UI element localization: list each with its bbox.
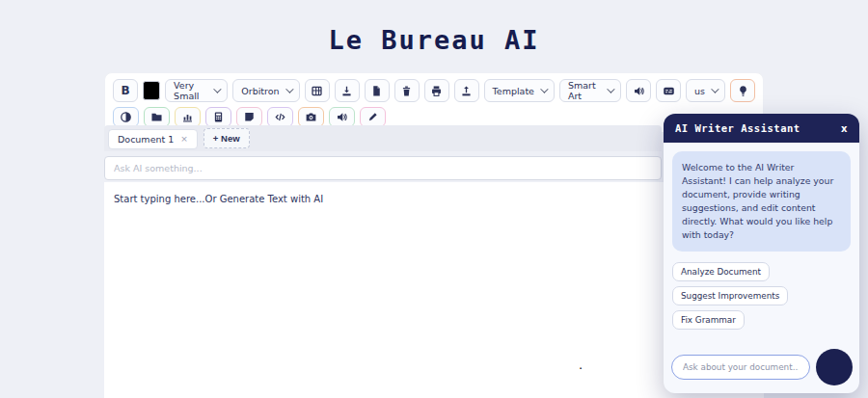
table-icon (311, 85, 323, 97)
assistant-welcome-message: Welcome to the AI Writer Assistant! I ca… (672, 151, 851, 252)
font-size-select[interactable]: Very Small (165, 79, 228, 102)
insert-table-button[interactable] (305, 79, 330, 102)
trash-icon (400, 85, 413, 97)
export-file-button[interactable] (365, 79, 390, 102)
tab-bar: Document 1× + New (104, 125, 662, 151)
calculator-icon (212, 111, 225, 123)
close-tab-icon[interactable]: × (180, 134, 188, 144)
language-select-value: us (694, 86, 705, 96)
toolbar-row-2 (113, 107, 755, 127)
chevron-down-icon (607, 85, 614, 93)
page-background: { "app": { "title": "Le Bureau AI" }, "t… (0, 0, 868, 398)
delete-button[interactable] (394, 79, 420, 102)
ideas-button[interactable] (730, 79, 755, 102)
note-icon (243, 111, 256, 123)
assistant-quick-actions: Analyze DocumentSuggest ImprovementsFix … (672, 262, 851, 330)
quick-action-fix-grammar[interactable]: Fix Grammar (672, 310, 745, 330)
page-title: Le Bureau AI (0, 25, 868, 55)
contrast-icon (120, 111, 132, 123)
smart-art-select-value: Smart Art (568, 80, 601, 101)
captions-icon (663, 85, 675, 97)
close-icon[interactable]: x (841, 123, 848, 134)
smart-art-select[interactable]: Smart Art (559, 79, 621, 102)
draw-button[interactable] (360, 107, 386, 127)
download-button[interactable] (335, 79, 360, 102)
editor-placeholder: Start typing here...Or Generate Text wit… (114, 194, 754, 204)
chevron-down-icon (540, 85, 548, 93)
download-icon (340, 85, 353, 97)
chevron-down-icon (213, 85, 221, 93)
template-select-value: Template (493, 86, 534, 96)
notes-button[interactable] (236, 107, 262, 127)
camera-button[interactable] (298, 107, 324, 127)
assistant-title: AI Writer Assistant (675, 122, 800, 134)
ask-ai-input[interactable] (104, 156, 662, 180)
upload-button[interactable] (454, 79, 479, 102)
font-family-select[interactable]: Orbitron (232, 79, 299, 102)
text-to-speech-button[interactable] (626, 79, 651, 102)
upload-icon (460, 85, 473, 97)
print-icon (430, 85, 443, 97)
volume-icon (336, 111, 348, 123)
assistant-body: Welcome to the AI Writer Assistant! I ca… (664, 143, 859, 343)
stray-period: . (579, 358, 583, 372)
quick-action-analyze-document[interactable]: Analyze Document (672, 262, 770, 281)
tab-document-1[interactable]: Document 1× (108, 129, 198, 149)
assistant-footer (664, 343, 859, 393)
assistant-header: AI Writer Assistant x (664, 114, 859, 143)
ai-writer-assistant-panel: AI Writer Assistant x Welcome to the AI … (664, 114, 859, 393)
calculator-button[interactable] (205, 107, 231, 127)
lightbulb-icon (737, 85, 749, 97)
contrast-button[interactable] (113, 107, 139, 127)
code-icon (274, 111, 286, 123)
folder-icon (150, 111, 163, 123)
print-button[interactable] (424, 79, 449, 102)
quick-action-suggest-improvements[interactable]: Suggest Improvements (672, 286, 788, 305)
send-button[interactable] (816, 349, 853, 385)
bold-button[interactable]: B (113, 79, 138, 102)
file-icon (370, 85, 383, 97)
captions-button[interactable] (656, 79, 681, 102)
files-button[interactable] (144, 107, 170, 127)
code-button[interactable] (267, 107, 293, 127)
text-color-swatch[interactable] (143, 81, 160, 100)
assistant-chat-input[interactable] (671, 355, 810, 380)
camera-icon (305, 111, 317, 123)
tab-label: Document 1 (118, 134, 174, 145)
new-tab-button[interactable]: + New (203, 128, 250, 148)
volume-icon (633, 85, 645, 97)
toolbar-row-1: BVery SmallOrbitronTemplateSmart Artus (113, 79, 755, 102)
font-size-select-value: Very Small (174, 80, 207, 101)
font-family-select-value: Orbitron (241, 86, 279, 96)
speech-button[interactable] (329, 107, 355, 127)
chevron-down-icon (285, 85, 293, 93)
chart-icon (181, 111, 194, 123)
chart-button[interactable] (175, 107, 201, 127)
template-select[interactable]: Template (484, 79, 555, 102)
language-select[interactable]: us (686, 79, 725, 102)
pen-icon (366, 111, 379, 123)
chevron-down-icon (711, 85, 719, 93)
